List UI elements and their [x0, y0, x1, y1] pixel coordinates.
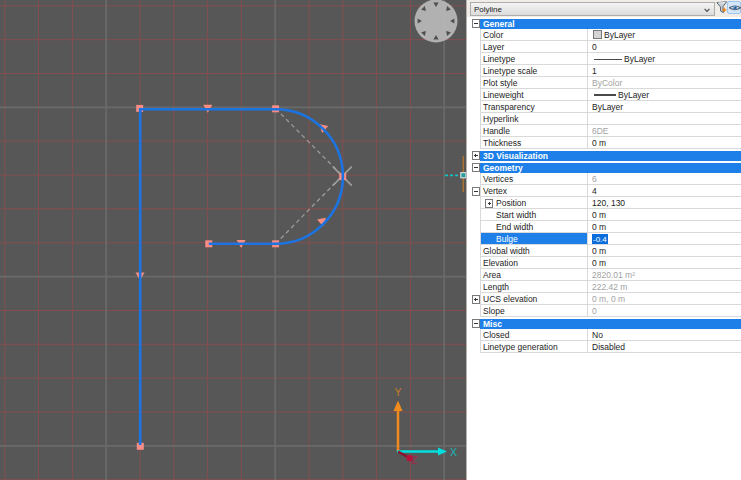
svg-text:X: X [450, 446, 457, 458]
svg-text:Y: Y [394, 386, 401, 398]
svg-text:Z: Z [411, 454, 418, 466]
